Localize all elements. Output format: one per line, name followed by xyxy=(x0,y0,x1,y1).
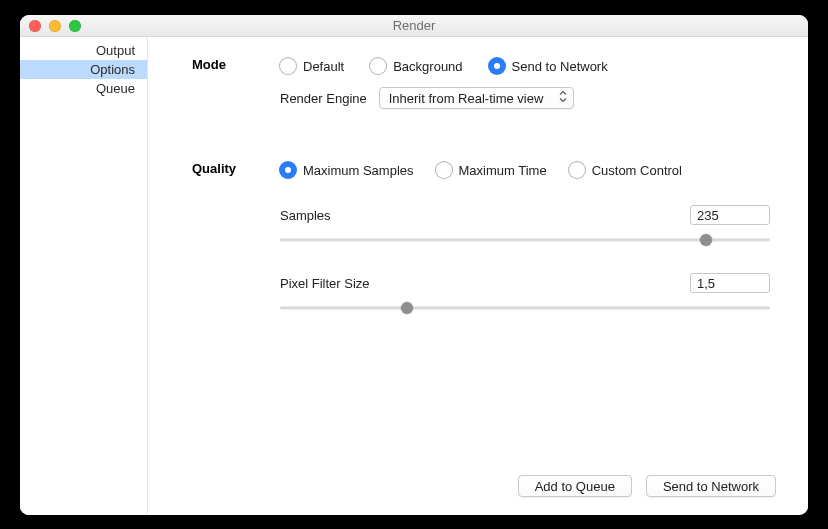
render-engine-label: Render Engine xyxy=(280,91,367,106)
sidebar-item-output[interactable]: Output xyxy=(20,41,147,60)
radio-icon xyxy=(569,162,585,178)
sidebar-item-label: Output xyxy=(96,43,135,58)
radio-label: Maximum Samples xyxy=(303,163,414,178)
sidebar-item-queue[interactable]: Queue xyxy=(20,79,147,98)
button-label: Send to Network xyxy=(663,479,759,494)
render-engine-row: Render Engine Inherit from Real-time vie… xyxy=(280,87,776,109)
samples-value: 235 xyxy=(697,208,719,223)
close-icon[interactable] xyxy=(29,20,41,32)
sidebar: Output Options Queue xyxy=(20,37,148,515)
radio-label: Maximum Time xyxy=(459,163,547,178)
render-engine-value: Inherit from Real-time view xyxy=(389,91,544,106)
window-title: Render xyxy=(20,18,808,33)
send-to-network-button[interactable]: Send to Network xyxy=(646,475,776,497)
zoom-icon[interactable] xyxy=(69,20,81,32)
samples-slider[interactable] xyxy=(280,233,770,247)
main-panel: Mode Default Background xyxy=(148,37,808,515)
minimize-icon[interactable] xyxy=(49,20,61,32)
section-quality: Quality Maximum Samples Maximum Time xyxy=(192,159,776,341)
slider-thumb[interactable] xyxy=(700,234,712,246)
section-mode: Mode Default Background xyxy=(192,55,776,119)
radio-quality-max-time[interactable]: Maximum Time xyxy=(436,162,547,178)
slider-thumb[interactable] xyxy=(401,302,413,314)
pixel-filter-input[interactable]: 1,5 xyxy=(690,273,770,293)
slider-track xyxy=(280,239,770,242)
radio-icon xyxy=(280,162,296,178)
samples-input[interactable]: 235 xyxy=(690,205,770,225)
titlebar: Render xyxy=(20,15,808,37)
radio-mode-send-to-network[interactable]: Send to Network xyxy=(489,58,608,74)
section-label-quality: Quality xyxy=(192,159,252,176)
pixel-filter-block: Pixel Filter Size 1,5 xyxy=(280,273,770,315)
radio-icon xyxy=(489,58,505,74)
render-window: Render Output Options Queue Mode Default xyxy=(20,15,808,515)
radio-icon xyxy=(280,58,296,74)
radio-quality-max-samples[interactable]: Maximum Samples xyxy=(280,162,414,178)
footer-buttons: Add to Queue Send to Network xyxy=(518,475,776,497)
radio-label: Custom Control xyxy=(592,163,682,178)
button-label: Add to Queue xyxy=(535,479,615,494)
radio-label: Default xyxy=(303,59,344,74)
window-body: Output Options Queue Mode Default xyxy=(20,37,808,515)
sidebar-item-options[interactable]: Options xyxy=(20,60,147,79)
mode-radio-row: Default Background Send to Network xyxy=(280,55,776,77)
radio-icon xyxy=(370,58,386,74)
chevron-updown-icon xyxy=(559,91,567,106)
samples-block: Samples 235 xyxy=(280,205,770,247)
add-to-queue-button[interactable]: Add to Queue xyxy=(518,475,632,497)
radio-mode-default[interactable]: Default xyxy=(280,58,344,74)
radio-mode-background[interactable]: Background xyxy=(370,58,462,74)
sidebar-item-label: Options xyxy=(90,62,135,77)
pixel-filter-label: Pixel Filter Size xyxy=(280,276,370,291)
quality-radio-row: Maximum Samples Maximum Time Custom Cont… xyxy=(280,159,776,181)
radio-label: Send to Network xyxy=(512,59,608,74)
window-controls xyxy=(20,20,81,32)
samples-label: Samples xyxy=(280,208,331,223)
sidebar-item-label: Queue xyxy=(96,81,135,96)
radio-quality-custom-control[interactable]: Custom Control xyxy=(569,162,682,178)
radio-label: Background xyxy=(393,59,462,74)
pixel-filter-value: 1,5 xyxy=(697,276,715,291)
slider-track xyxy=(280,307,770,310)
pixel-filter-slider[interactable] xyxy=(280,301,770,315)
section-label-mode: Mode xyxy=(192,55,252,72)
render-engine-select[interactable]: Inherit from Real-time view xyxy=(379,87,574,109)
radio-icon xyxy=(436,162,452,178)
